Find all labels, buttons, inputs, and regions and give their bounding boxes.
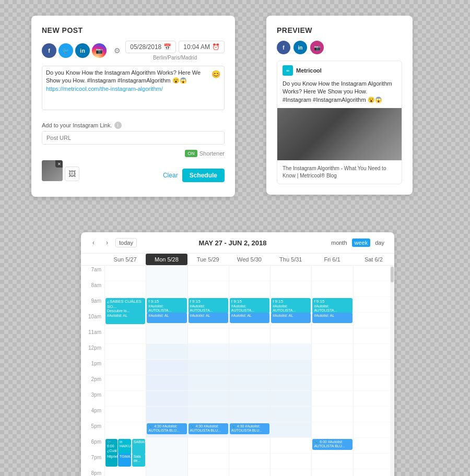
slot-wed-2pm[interactable] bbox=[229, 375, 270, 391]
remove-image-icon[interactable]: ✕ bbox=[55, 160, 63, 168]
clear-button[interactable]: Clear bbox=[163, 172, 178, 179]
slot-tue-2pm[interactable] bbox=[187, 375, 229, 391]
slot-sat-2pm[interactable] bbox=[353, 375, 394, 391]
slot-mon-1pm[interactable] bbox=[146, 360, 187, 375]
post-textarea[interactable] bbox=[42, 66, 225, 110]
slot-tue-5pm[interactable]: 🐦 4:30 #Autolist: AUTOLISTA BLU... bbox=[187, 422, 229, 438]
slot-sat-9am[interactable] bbox=[353, 297, 394, 313]
slot-mon-12pm[interactable] bbox=[146, 344, 187, 360]
slot-fri-7pm[interactable] bbox=[311, 454, 352, 469]
event-sun-7pm-3[interactable]: Sala de... bbox=[132, 454, 146, 467]
slot-sun-10am[interactable]: #Autolist: AL bbox=[104, 313, 146, 328]
event-thu-10am[interactable]: #Autolist: AL bbox=[271, 313, 311, 323]
slot-mon-10am[interactable]: #Autolist: AL bbox=[146, 313, 187, 328]
slot-thu-7am[interactable] bbox=[270, 266, 311, 281]
slot-wed-4pm[interactable] bbox=[229, 407, 270, 422]
event-sun-7pm-1[interactable]: http/wi... bbox=[105, 454, 118, 467]
slot-sat-8am[interactable] bbox=[353, 281, 394, 297]
slot-thu-12pm[interactable] bbox=[270, 344, 311, 360]
slot-fri-3pm[interactable] bbox=[311, 391, 352, 407]
slot-thu-3pm[interactable] bbox=[270, 391, 311, 407]
event-tue-9am[interactable]: f 9:15 #Autolist: AUTOLISTA... bbox=[189, 298, 228, 314]
slot-sun-6pm[interactable]: 🐦 6:00 ¿Cuál es... in HAIKU... SABIAS... bbox=[104, 438, 146, 454]
slot-wed-8pm[interactable] bbox=[229, 469, 270, 476]
event-fri-10am[interactable]: #Autolist: AL bbox=[312, 313, 352, 323]
cal-next-btn[interactable]: › bbox=[102, 237, 112, 248]
slot-tue-11am[interactable] bbox=[187, 328, 229, 344]
slot-tue-12pm[interactable] bbox=[187, 344, 229, 360]
slot-thu-6pm[interactable] bbox=[270, 438, 311, 454]
slot-tue-7am[interactable] bbox=[187, 266, 229, 281]
slot-tue-9am[interactable]: f 9:15 #Autolist: AUTOLISTA... bbox=[187, 297, 229, 313]
slot-thu-5pm[interactable] bbox=[270, 422, 311, 438]
preview-facebook-icon[interactable]: f bbox=[277, 41, 290, 54]
event-sun-10am[interactable]: #Autolist: AL bbox=[105, 313, 145, 323]
slot-fri-9am[interactable]: f 9:15 #Autolist: AUTOLISTA... bbox=[311, 297, 352, 313]
event-fri-6pm[interactable]: 🐦 6:00 #Autolist: AUTOLISTA BLU... bbox=[312, 439, 352, 450]
event-wed-5pm[interactable]: 🐦 4:30 #Autolist: AUTOLISTA BLU... bbox=[230, 423, 269, 434]
event-wed-10am[interactable]: #Autolist: AL bbox=[230, 313, 269, 323]
slot-sat-11am[interactable] bbox=[353, 328, 394, 344]
slot-thu-2pm[interactable] bbox=[270, 375, 311, 391]
time-input[interactable]: 10:04 AM ⏰ bbox=[179, 41, 225, 53]
slot-sat-10am[interactable] bbox=[353, 313, 394, 328]
event-tue-10am[interactable]: #Autolist: AL bbox=[189, 313, 228, 323]
slot-thu-10am[interactable]: #Autolist: AL bbox=[270, 313, 311, 328]
emoji-btn[interactable]: 😊 bbox=[212, 70, 220, 78]
slot-mon-2pm[interactable] bbox=[146, 375, 187, 391]
preview-linkedin-icon[interactable]: in bbox=[293, 41, 307, 54]
linkedin-icon[interactable]: in bbox=[75, 43, 90, 58]
slot-mon-8am[interactable] bbox=[146, 281, 187, 297]
slot-tue-3pm[interactable] bbox=[187, 391, 229, 407]
slot-tue-8am[interactable] bbox=[187, 281, 229, 297]
slot-sat-7am[interactable] bbox=[353, 266, 394, 281]
gear-icon[interactable]: ⚙ bbox=[111, 44, 123, 57]
slot-mon-4pm[interactable] bbox=[146, 407, 187, 422]
slot-mon-8pm[interactable] bbox=[146, 469, 187, 476]
slot-wed-11am[interactable] bbox=[229, 328, 270, 344]
slot-wed-12pm[interactable] bbox=[229, 344, 270, 360]
instagram-icon[interactable]: 📷 bbox=[92, 43, 107, 58]
day-view-btn[interactable]: day bbox=[372, 239, 387, 247]
event-sun-6am-3[interactable]: SABIAS... bbox=[132, 439, 146, 455]
post-url-input[interactable] bbox=[42, 132, 224, 144]
slot-wed-1pm[interactable] bbox=[229, 360, 270, 375]
slot-sun-9am[interactable]: ¿SABES CUÁLES SO... Descubre lo... bbox=[104, 297, 146, 313]
slot-fri-2pm[interactable] bbox=[311, 375, 352, 391]
event-mon-5pm[interactable]: 🐦 4:30 #Autolist: AUTOLISTA BLU... bbox=[147, 423, 186, 434]
slot-fri-12pm[interactable] bbox=[311, 344, 352, 360]
slot-thu-8am[interactable] bbox=[270, 281, 311, 297]
slot-tue-8pm[interactable] bbox=[187, 469, 229, 476]
slot-sat-4pm[interactable] bbox=[353, 407, 394, 422]
slot-tue-1pm[interactable] bbox=[187, 360, 229, 375]
slot-sat-5pm[interactable] bbox=[353, 422, 394, 438]
slot-thu-7pm[interactable] bbox=[270, 454, 311, 469]
slot-sun-7pm[interactable]: http/wi... TGMA... Sala de... bbox=[104, 454, 146, 469]
event-sun-6am-2[interactable]: in HAIKU... bbox=[118, 439, 131, 455]
slot-sat-6pm[interactable] bbox=[353, 438, 394, 454]
slot-sat-8pm[interactable] bbox=[353, 469, 394, 476]
schedule-button[interactable]: Schedule bbox=[182, 169, 225, 182]
slot-mon-7pm[interactable] bbox=[146, 454, 187, 469]
event-wed-9am[interactable]: f 9:15 #Autolist: AUTOLISTA... bbox=[230, 298, 269, 314]
slot-tue-6pm[interactable] bbox=[187, 438, 229, 454]
slot-sun-3pm[interactable] bbox=[104, 391, 146, 407]
slot-thu-11am[interactable] bbox=[270, 328, 311, 344]
slot-sat-3pm[interactable] bbox=[353, 391, 394, 407]
slot-sun-4pm[interactable] bbox=[104, 407, 146, 422]
scroll-indicator[interactable] bbox=[390, 266, 394, 476]
image-thumb[interactable]: ✕ bbox=[42, 160, 63, 181]
slot-mon-6pm[interactable] bbox=[146, 438, 187, 454]
slot-thu-1pm[interactable] bbox=[270, 360, 311, 375]
event-mon-10am[interactable]: #Autolist: AL bbox=[147, 313, 186, 323]
add-image-btn[interactable]: 🖼 bbox=[65, 166, 79, 181]
event-fri-9am[interactable]: f 9:15 #Autolist: AUTOLISTA... bbox=[312, 298, 352, 314]
slot-sun-1pm[interactable] bbox=[104, 360, 146, 375]
week-view-btn[interactable]: week bbox=[352, 239, 371, 247]
date-input[interactable]: 05/28/2018 📅 bbox=[125, 41, 176, 53]
cal-prev-btn[interactable]: ‹ bbox=[88, 237, 99, 248]
slot-fri-8pm[interactable] bbox=[311, 469, 352, 476]
slot-sun-8am[interactable] bbox=[104, 281, 146, 297]
slot-wed-9am[interactable]: f 9:15 #Autolist: AUTOLISTA... bbox=[229, 297, 270, 313]
slot-wed-6pm[interactable] bbox=[229, 438, 270, 454]
